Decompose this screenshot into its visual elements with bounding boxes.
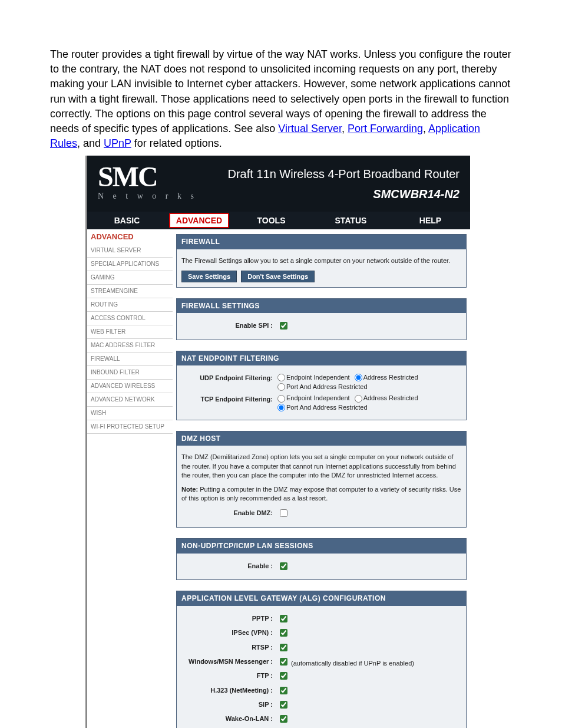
sidebar-item-mac-address-filter[interactable]: MAC ADDRESS FILTER — [87, 339, 173, 353]
alg-extra-note: (automatically disabled if UPnP is enabl… — [289, 660, 414, 667]
sidebar-item-streamengine[interactable]: STREAMENGINE — [87, 285, 173, 298]
enable-dmz-label: Enable DMZ: — [181, 508, 277, 518]
tcp-radio-2[interactable] — [277, 404, 285, 411]
sidebar: ADVANCED VIRTUAL SERVERSPECIAL APPLICATI… — [87, 229, 173, 728]
alg-checkbox-1[interactable] — [280, 629, 287, 637]
sidebar-item-wi-fi-protected-setup[interactable]: WI-FI PROTECTED SETUP — [87, 420, 173, 434]
intro-paragraph: The router provides a tight firewall by … — [50, 47, 512, 151]
udp-filtering-options: Endpoint Independent Address Restricted … — [277, 373, 461, 391]
alg-checkbox-2[interactable] — [280, 644, 287, 651]
sidebar-item-firewall[interactable]: FIREWALL — [87, 353, 173, 366]
udp-radio-0[interactable] — [277, 374, 285, 381]
enable-spi-checkbox[interactable] — [280, 322, 287, 330]
product-model: SMCWBR14-N2 — [204, 186, 459, 202]
router-admin-screenshot: SMC N e t w o r k s Draft 11n Wireless 4… — [85, 156, 470, 728]
intro-link-port-forwarding[interactable]: Port Forwarding — [348, 123, 423, 134]
alg-checkbox-4[interactable] — [280, 672, 287, 680]
sidebar-item-advanced-network[interactable]: ADVANCED NETWORK — [87, 393, 173, 407]
panel-header-firewall: FIREWALL — [177, 235, 466, 249]
alg-label-2: RTSP : — [181, 642, 277, 652]
tcp-filtering-label: TCP Endpoint Filtering: — [181, 394, 277, 404]
dmz-description: The DMZ (Demilitarized Zone) option lets… — [181, 453, 461, 480]
alg-label-3: Windows/MSN Messenger : — [181, 656, 277, 666]
sidebar-title: ADVANCED — [87, 229, 173, 243]
product-title: Draft 11n Wireless 4-Port Broadband Rout… — [204, 166, 459, 182]
nat-endpoint-panel: NAT ENDPOINT FILTERING UDP Endpoint Filt… — [176, 351, 467, 420]
nonudp-panel: NON-UDP/TCP/ICMP LAN SESSIONS Enable : — [176, 538, 467, 580]
sidebar-item-gaming[interactable]: GAMING — [87, 271, 173, 285]
tcp-option-label: Address Restricted — [363, 394, 418, 403]
sidebar-item-advanced-wireless[interactable]: ADVANCED WIRELESS — [87, 380, 173, 393]
dmz-host-panel: DMZ HOST The DMZ (Demilitarized Zone) op… — [176, 431, 467, 528]
nav-tab-tools[interactable]: TOOLS — [232, 215, 311, 227]
udp-radio-2[interactable] — [277, 383, 285, 391]
logo: SMC N e t w o r k s — [87, 166, 204, 202]
router-header: SMC N e t w o r k s Draft 11n Wireless 4… — [87, 156, 470, 212]
alg-checkbox-6[interactable] — [280, 701, 287, 709]
main-nav: BASICADVANCEDTOOLSSTATUSHELP — [87, 212, 470, 229]
logo-subtext: N e t w o r k s — [98, 190, 204, 202]
alg-checkbox-3[interactable] — [280, 658, 287, 666]
alg-checkbox-5[interactable] — [280, 687, 287, 694]
alg-label-5: H.323 (NetMeeting) : — [181, 685, 277, 695]
alg-label-7: Wake-On-LAN : — [181, 713, 277, 723]
tcp-option-label: Port And Address Restricted — [286, 403, 368, 412]
intro-link-virtual-server[interactable]: Virtual Server — [278, 123, 342, 134]
tcp-filtering-options: Endpoint Independent Address Restricted … — [277, 394, 461, 413]
sidebar-item-web-filter[interactable]: WEB FILTER — [87, 325, 173, 339]
firewall-settings-panel: FIREWALL SETTINGS Enable SPI : — [176, 298, 467, 340]
main-content: FIREWALL The Firewall Settings allow you… — [173, 229, 470, 728]
nonudp-enable-checkbox[interactable] — [280, 562, 287, 570]
alg-label-6: SIP : — [181, 699, 277, 709]
alg-label-4: FTP : — [181, 670, 277, 680]
header-titles: Draft 11n Wireless 4-Port Broadband Rout… — [204, 166, 470, 202]
enable-spi-label: Enable SPI : — [181, 320, 277, 330]
enable-dmz-checkbox[interactable] — [280, 509, 287, 517]
alg-checkbox-7[interactable] — [280, 715, 287, 723]
udp-filtering-label: UDP Endpoint Filtering: — [181, 373, 277, 383]
save-settings-button[interactable]: Save Settings — [181, 271, 237, 282]
panel-header-nat: NAT ENDPOINT FILTERING — [177, 351, 466, 366]
panel-header-dmz: DMZ HOST — [177, 431, 466, 446]
document-page: The router provides a tight firewall by … — [0, 0, 562, 728]
sidebar-item-virtual-server[interactable]: VIRTUAL SERVER — [87, 244, 173, 258]
udp-radio-1[interactable] — [355, 374, 362, 381]
tcp-radio-1[interactable] — [355, 395, 362, 403]
alg-label-1: IPSec (VPN) : — [181, 627, 277, 637]
udp-option-label: Address Restricted — [363, 373, 418, 382]
firewall-panel: FIREWALL The Firewall Settings allow you… — [176, 234, 467, 287]
sidebar-item-special-applications[interactable]: SPECIAL APPLICATIONS — [87, 258, 173, 271]
dont-save-settings-button[interactable]: Don't Save Settings — [241, 271, 315, 282]
tcp-radio-0[interactable] — [277, 395, 285, 403]
udp-option-label: Port And Address Restricted — [286, 383, 368, 391]
alg-panel: APPLICATION LEVEL GATEWAY (ALG) CONFIGUR… — [176, 591, 467, 728]
panel-header-firewall-settings: FIREWALL SETTINGS — [177, 299, 466, 314]
dmz-note: Note: Putting a computer in the DMZ may … — [181, 485, 461, 503]
panel-header-nonudp: NON-UDP/TCP/ICMP LAN SESSIONS — [177, 539, 466, 554]
nav-tab-status[interactable]: STATUS — [311, 215, 391, 227]
intro-link-upnp[interactable]: UPnP — [104, 137, 131, 149]
tcp-option-label: Endpoint Independent — [286, 394, 350, 403]
logo-brand: SMC — [98, 166, 204, 188]
panel-header-alg: APPLICATION LEVEL GATEWAY (ALG) CONFIGUR… — [177, 591, 466, 606]
sidebar-item-inbound-filter[interactable]: INBOUND FILTER — [87, 366, 173, 380]
nav-tab-advanced[interactable]: ADVANCED — [169, 213, 229, 228]
sidebar-item-wish[interactable]: WISH — [87, 407, 173, 420]
firewall-description: The Firewall Settings allow you to set a… — [181, 256, 461, 265]
udp-option-label: Endpoint Independent — [286, 373, 350, 382]
nonudp-enable-label: Enable : — [181, 561, 277, 571]
alg-label-0: PPTP : — [181, 613, 277, 623]
sidebar-item-access-control[interactable]: ACCESS CONTROL — [87, 312, 173, 325]
nav-tab-basic[interactable]: BASIC — [87, 215, 167, 227]
alg-checkbox-0[interactable] — [280, 615, 287, 622]
nav-tab-help[interactable]: HELP — [391, 215, 470, 227]
sidebar-item-routing[interactable]: ROUTING — [87, 298, 173, 312]
